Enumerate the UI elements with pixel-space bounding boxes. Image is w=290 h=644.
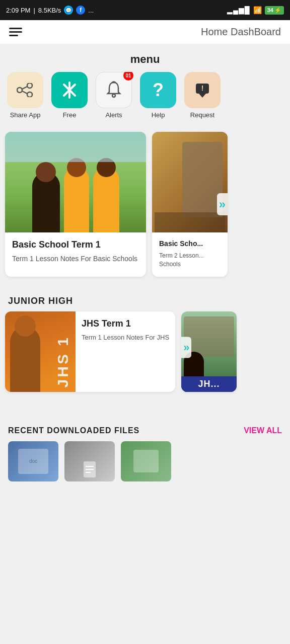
term2-card-title: Basic Scho...: [159, 239, 221, 248]
facebook-icon: f: [76, 6, 85, 15]
chevron-double-right-icon: »: [219, 197, 226, 211]
jhs-scroll: JHS 1 JHS Term 1 Term 1 Lesson Notes For…: [5, 311, 285, 392]
request-icon: !: [194, 82, 211, 99]
recent-file-1[interactable]: doc: [8, 441, 58, 481]
file-icon: [80, 459, 100, 479]
jhs-term1-body: JHS Term 1 Term 1 Lesson Notes For JHS: [76, 311, 175, 392]
jhs-term1-card[interactable]: JHS 1 JHS Term 1 Term 1 Lesson Notes For…: [5, 311, 175, 392]
menu-row: Share App Free 01 Alerts: [0, 72, 290, 127]
recent-file-2[interactable]: [64, 441, 115, 481]
jhs-partial-badge: JH...: [181, 376, 237, 392]
help-question-icon: ?: [153, 79, 164, 101]
term1-card-desc: Term 1 Lesson Notes For Basic Schools: [12, 254, 139, 264]
menu-item-free[interactable]: Free: [49, 72, 90, 119]
signal-icon: ▂▄▆█: [227, 6, 250, 14]
help-icon-box: ?: [140, 72, 176, 108]
hamburger-line-3: [9, 35, 18, 36]
term1-card-title: Basic School Term 1: [12, 239, 139, 250]
messenger-icon: 💬: [64, 6, 73, 15]
term2-card-desc: Term 2 Lesson... Schools: [159, 252, 221, 269]
svg-point-2: [17, 88, 22, 93]
alerts-badge: 01: [123, 72, 133, 80]
time-display: 2:09 PM: [6, 7, 30, 14]
svg-text:!: !: [201, 84, 204, 92]
jhs-term1-desc: Term 1 Lesson Notes For JHS: [82, 333, 169, 342]
more-options-dots[interactable]: ...: [88, 7, 94, 14]
top-nav: Home DashBoard: [0, 20, 290, 44]
spacer: [0, 402, 290, 417]
status-right: ▂▄▆█ 📶 34 ⚡: [227, 6, 284, 15]
jhs-term2-card[interactable]: JH... »: [181, 311, 237, 392]
alerts-icon-box: 01: [96, 72, 132, 108]
separator: |: [33, 7, 35, 14]
recent-downloads-section: RECENT DOWNLOADED FILES VIEW ALL doc: [0, 417, 290, 487]
share-icon: [17, 83, 34, 97]
recent-files-scroll: doc: [8, 441, 282, 487]
share-icon-box: [7, 72, 43, 108]
basic-school-term2-card[interactable]: Basic Scho... Term 2 Lesson... Schools »: [152, 132, 228, 277]
view-all-button[interactable]: VIEW ALL: [244, 426, 282, 435]
battery-indicator: 34 ⚡: [265, 6, 284, 15]
svg-marker-12: [199, 94, 206, 98]
request-icon-box: !: [184, 72, 221, 108]
wifi-icon: 📶: [253, 6, 262, 14]
menu-item-share[interactable]: Share App: [5, 72, 45, 119]
battery-charging-icon: ⚡: [274, 7, 281, 14]
hamburger-line-1: [9, 28, 22, 29]
bell-icon: [105, 81, 123, 99]
basic-school-cards-section: Basic School Term 1 Term 1 Lesson Notes …: [0, 127, 290, 287]
menu-item-alerts[interactable]: 01 Alerts: [94, 72, 134, 119]
request-label: Request: [190, 111, 214, 119]
term2-card-body: Basic Scho... Term 2 Lesson... Schools: [152, 232, 228, 277]
jhs-term1-title: JHS Term 1: [82, 318, 169, 329]
jhs-vertical-label: JHS 1: [54, 336, 71, 387]
page-title: Home DashBoard: [201, 26, 281, 38]
menu-item-help[interactable]: ? Help: [138, 72, 178, 119]
menu-heading: menu: [0, 44, 290, 72]
svg-point-0: [27, 83, 32, 88]
jhs-next-chevron[interactable]: »: [181, 337, 191, 358]
svg-point-8: [112, 94, 115, 97]
share-label: Share App: [10, 111, 41, 119]
jhs-chevron-double-right-icon: »: [183, 341, 189, 353]
junior-high-section: JUNIOR HIGH JHS 1: [0, 287, 290, 402]
svg-point-1: [27, 92, 32, 97]
svg-line-4: [22, 91, 27, 94]
junior-high-section-title: JUNIOR HIGH: [0, 287, 290, 311]
menu-item-request[interactable]: ! Request: [182, 72, 223, 119]
next-chevron[interactable]: »: [217, 193, 228, 215]
status-left: 2:09 PM | 8.5KB/s 💬 f ...: [6, 6, 94, 15]
hamburger-line-2: [9, 31, 22, 33]
basic-school-term1-card[interactable]: Basic School Term 1 Term 1 Lesson Notes …: [5, 132, 146, 277]
recent-header: RECENT DOWNLOADED FILES VIEW ALL: [8, 426, 282, 435]
jhs-term1-image: JHS 1: [5, 311, 76, 392]
battery-percent: 34: [267, 7, 273, 13]
cards-scroll: Basic School Term 1 Term 1 Lesson Notes …: [5, 132, 285, 277]
term1-card-image: [5, 132, 146, 232]
recent-section-title: RECENT DOWNLOADED FILES: [8, 426, 139, 435]
free-icon-box: [51, 72, 88, 108]
svg-line-3: [22, 87, 27, 89]
help-label: Help: [152, 111, 165, 119]
recent-file-3[interactable]: [121, 441, 171, 481]
free-icon: [61, 82, 78, 99]
free-label: Free: [63, 111, 77, 119]
status-bar: 2:09 PM | 8.5KB/s 💬 f ... ▂▄▆█ 📶 34 ⚡: [0, 0, 290, 20]
jhs-cards-container: JHS 1 JHS Term 1 Term 1 Lesson Notes For…: [0, 311, 290, 402]
term1-card-body: Basic School Term 1 Term 1 Lesson Notes …: [5, 232, 146, 272]
term2-card-image: [152, 132, 228, 232]
alerts-label: Alerts: [105, 111, 122, 119]
hamburger-menu-button[interactable]: [9, 28, 22, 36]
data-speed: 8.5KB/s: [38, 7, 61, 14]
